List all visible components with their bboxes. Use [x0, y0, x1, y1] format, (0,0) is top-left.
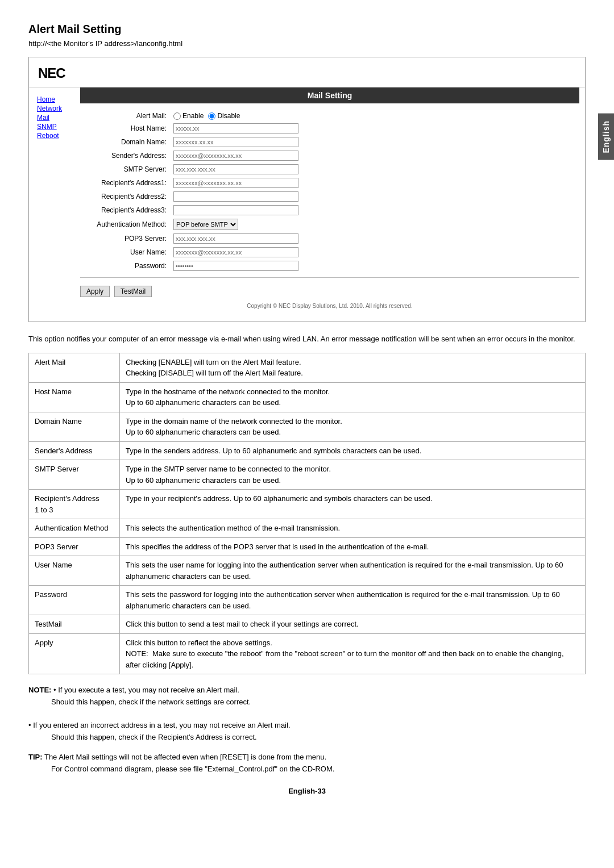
- nec-logo: NEC: [38, 65, 576, 81]
- language-tab: English: [598, 114, 614, 160]
- info-table-row: Recipient's Address 1 to 3Type in your r…: [29, 490, 586, 519]
- info-desc: This sets the password for logging into …: [120, 586, 586, 615]
- nav-reboot[interactable]: Reboot: [37, 132, 67, 140]
- browser-mockup: NEC Home Network Mail SNMP Reboot Mail S…: [28, 57, 586, 322]
- info-table-row: POP3 ServerThis specifies the address of…: [29, 537, 586, 556]
- page-number: English-33: [28, 787, 586, 795]
- info-term: Host Name: [29, 382, 120, 412]
- info-desc: Checking [ENABLE] will turn on the Alert…: [120, 353, 586, 382]
- browser-top: NEC: [29, 57, 585, 87]
- auth-method-label: Authentication Method:: [80, 217, 171, 232]
- info-term: Domain Name: [29, 412, 120, 441]
- pop3-server-row: POP3 Server:: [80, 232, 579, 245]
- info-term: TestMail: [29, 615, 120, 634]
- recipient2-label: Recipient's Address2:: [80, 190, 171, 203]
- tip-label: TIP:: [28, 753, 43, 761]
- senders-address-input[interactable]: [173, 151, 298, 161]
- nav-mail[interactable]: Mail: [37, 114, 67, 122]
- info-table-row: Alert MailChecking [ENABLE] will turn on…: [29, 353, 586, 382]
- info-term: Password: [29, 586, 120, 615]
- alert-mail-label: Alert Mail:: [80, 110, 171, 122]
- info-term: Alert Mail: [29, 353, 120, 382]
- pop3-server-label: POP3 Server:: [80, 232, 171, 245]
- recipient3-row: Recipient's Address3:: [80, 203, 579, 217]
- password-label: Password:: [80, 259, 171, 273]
- recipient3-label: Recipient's Address3:: [80, 203, 171, 217]
- domain-name-row: Domain Name:: [80, 135, 579, 149]
- domain-name-label: Domain Name:: [80, 135, 171, 149]
- info-desc: Type in the domain name of the network c…: [120, 412, 586, 441]
- page-title: Alert Mail Setting: [28, 23, 586, 36]
- mail-setting-header: Mail Setting: [80, 87, 579, 103]
- alert-mail-radio-group: Enable Disable: [173, 112, 577, 120]
- domain-name-input[interactable]: [173, 137, 298, 147]
- smtp-server-input[interactable]: [173, 164, 298, 174]
- smtp-server-row: SMTP Server:: [80, 162, 579, 176]
- info-desc: This selects the authentication method o…: [120, 519, 586, 538]
- info-term: User Name: [29, 556, 120, 586]
- info-term: Recipient's Address 1 to 3: [29, 490, 120, 519]
- info-desc: Type in the senders address. Up to 60 al…: [120, 441, 586, 460]
- tip-line2: For Control command diagram, please see …: [51, 763, 586, 775]
- info-table-row: SMTP ServerType in the SMTP server name …: [29, 460, 586, 490]
- info-desc: This specifies the address of the POP3 s…: [120, 537, 586, 556]
- info-table-row: PasswordThis sets the password for loggi…: [29, 586, 586, 615]
- notes-section: NOTE: • If you execute a test, you may n…: [28, 685, 586, 744]
- browser-nav: Home Network Mail SNMP Reboot: [29, 87, 74, 322]
- alert-mail-controls: Enable Disable: [171, 110, 579, 122]
- note-bullet2: • If you entered an incorrect address in…: [28, 721, 586, 744]
- recipient2-row: Recipient's Address2:: [80, 190, 579, 203]
- host-name-input[interactable]: [173, 123, 298, 133]
- mail-setting-form: Alert Mail: Enable Disable: [80, 110, 579, 273]
- auth-method-select[interactable]: POP before SMTP: [173, 219, 238, 230]
- nav-home[interactable]: Home: [37, 95, 67, 103]
- note-bullet1: • If you execute a test, you may not rec…: [28, 686, 586, 708]
- user-name-input[interactable]: [173, 247, 298, 257]
- nav-network[interactable]: Network: [37, 105, 67, 112]
- info-table-row: Host NameType in the hostname of the net…: [29, 382, 586, 412]
- user-name-row: User Name:: [80, 245, 579, 259]
- page-url: http://<the Monitor's IP address>/lancon…: [28, 39, 586, 48]
- info-table-row: User NameThis sets the user name for log…: [29, 556, 586, 586]
- password-row: Password:: [80, 259, 579, 273]
- info-term: POP3 Server: [29, 537, 120, 556]
- recipient1-label: Recipient's Address1:: [80, 176, 171, 190]
- disable-label[interactable]: Disable: [208, 112, 240, 120]
- auth-method-row: Authentication Method: POP before SMTP: [80, 217, 579, 232]
- host-name-row: Host Name:: [80, 122, 579, 135]
- testmail-button[interactable]: TestMail: [114, 286, 152, 297]
- user-name-label: User Name:: [80, 245, 171, 259]
- info-table-row: ApplyClick this button to reflect the ab…: [29, 633, 586, 674]
- description-text: This option notifies your computer of an…: [28, 333, 586, 345]
- disable-radio[interactable]: [208, 112, 215, 120]
- info-desc: Click this button to send a test mail to…: [120, 615, 586, 634]
- alert-mail-row: Alert Mail: Enable Disable: [80, 110, 579, 122]
- info-term: Sender's Address: [29, 441, 120, 460]
- copyright-text: Copyright © NEC Display Solutions, Ltd. …: [80, 303, 579, 312]
- form-buttons: Apply TestMail: [80, 282, 579, 297]
- host-name-label: Host Name:: [80, 122, 171, 135]
- info-term: Authentication Method: [29, 519, 120, 538]
- info-desc: Type in your recipient's address. Up to …: [120, 490, 586, 519]
- info-table-row: Authentication MethodThis selects the au…: [29, 519, 586, 538]
- recipient2-input[interactable]: [173, 191, 298, 202]
- info-term: SMTP Server: [29, 460, 120, 490]
- info-desc: Click this button to reflect the above s…: [120, 633, 586, 674]
- smtp-server-label: SMTP Server:: [80, 162, 171, 176]
- password-input[interactable]: [173, 261, 298, 271]
- tip-line1: The Alert Mail settings will not be affe…: [44, 753, 326, 761]
- info-desc: Type in the SMTP server name to be conne…: [120, 460, 586, 490]
- apply-button[interactable]: Apply: [80, 286, 110, 297]
- enable-label[interactable]: Enable: [173, 112, 204, 120]
- info-term: Apply: [29, 633, 120, 674]
- senders-address-label: Sender's Address:: [80, 149, 171, 162]
- enable-radio[interactable]: [173, 112, 181, 120]
- recipient1-input[interactable]: [173, 178, 298, 188]
- nav-snmp[interactable]: SNMP: [37, 123, 67, 131]
- info-table: Alert MailChecking [ENABLE] will turn on…: [28, 353, 586, 675]
- browser-inner: Home Network Mail SNMP Reboot Mail Setti…: [29, 87, 585, 322]
- info-table-row: Sender's AddressType in the senders addr…: [29, 441, 586, 460]
- info-desc: This sets the user name for logging into…: [120, 556, 586, 586]
- pop3-server-input[interactable]: [173, 233, 298, 244]
- recipient3-input[interactable]: [173, 205, 298, 215]
